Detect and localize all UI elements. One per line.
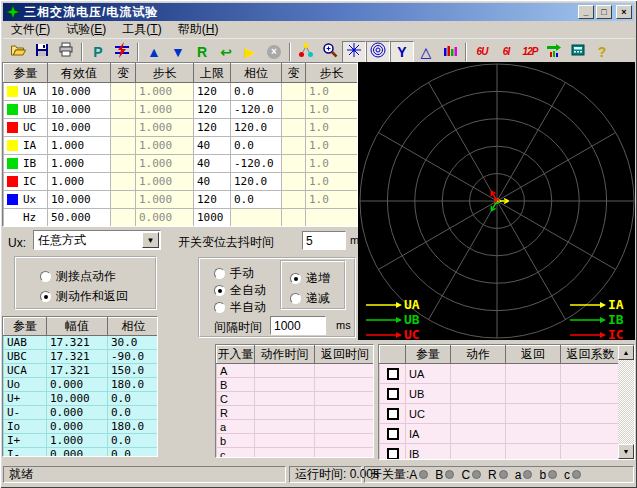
help-button[interactable]: ? [590,41,614,63]
parameter-p-button[interactable]: P [86,41,110,63]
power-fault-button[interactable] [110,41,134,63]
direction-option[interactable]: 递增 [290,270,330,287]
twelve-p-button[interactable]: 12P [518,41,542,63]
menu-item[interactable]: 试验(E) [58,20,114,39]
stop-test-button[interactable]: × [262,41,286,63]
menu-item[interactable]: 文件(F) [3,20,58,39]
cell-value[interactable] [111,101,136,119]
cell-value[interactable]: 1000 [194,209,231,227]
cell-value[interactable]: 40 [194,137,231,155]
reset-r-button[interactable]: R [190,41,214,63]
checkbox[interactable] [387,428,399,440]
cell-value[interactable] [282,173,306,191]
cell-value[interactable] [282,101,306,119]
save-file-button[interactable] [30,41,54,63]
checkbox[interactable] [387,368,399,380]
cell-value[interactable] [231,209,282,227]
cell-return-time [315,434,375,448]
calculator-button[interactable] [566,41,590,63]
cell-value[interactable]: 120 [194,83,231,101]
radio-icon[interactable] [290,293,301,304]
y-connection-button[interactable]: Y [390,41,414,63]
radio-icon[interactable] [290,273,301,284]
cell-value[interactable] [111,83,136,101]
ux-mode-select[interactable]: 任意方式 ▼ [33,230,161,250]
cell-value[interactable]: 120 [194,119,231,137]
cell-value[interactable] [282,83,306,101]
radio-icon[interactable] [214,268,225,279]
auto-mode-option[interactable]: 半自动 [214,299,266,316]
cell-value[interactable]: 40 [194,155,231,173]
bar-chart-button[interactable] [438,41,462,63]
auto-mode-option[interactable]: 手动 [214,265,254,282]
cell-value[interactable] [282,119,306,137]
direction-option[interactable]: 递减 [290,290,330,307]
start-test-button[interactable]: ▶ [238,41,262,63]
scroll-up-icon[interactable]: ▲ [618,345,634,360]
cell-value[interactable] [111,119,136,137]
crosshair-view-button[interactable] [342,41,366,63]
debounce-input[interactable] [302,231,346,250]
radio-icon[interactable] [40,291,51,302]
six-u-button[interactable]: 6U [470,41,494,63]
checkbox[interactable] [387,448,399,459]
minimize-button[interactable]: _ [578,5,594,19]
cell-value[interactable]: 10.000 [48,83,111,101]
increase-button[interactable]: ▲ [142,41,166,63]
cell-value[interactable]: 1.000 [48,155,111,173]
action-table-scrollbar[interactable]: ▲ ▼ [618,345,634,459]
cell-value[interactable]: 40 [194,173,231,191]
cell-value[interactable]: 0.0 [231,191,282,209]
cell-value[interactable] [111,155,136,173]
cell-value[interactable]: 120.0 [231,173,282,191]
open-file-button[interactable] [6,41,30,63]
maximize-button[interactable]: □ [596,5,612,19]
print-button[interactable] [54,41,78,63]
menu-item[interactable]: 工具(T) [114,20,169,39]
close-button[interactable]: × [616,5,632,19]
combo-dropdown-icon[interactable]: ▼ [142,232,159,248]
cell-value[interactable]: 0.0 [231,137,282,155]
cell-value[interactable]: 10.000 [48,191,111,209]
cell-value[interactable]: 1.000 [48,173,111,191]
undo-button[interactable]: ↩ [214,41,238,63]
six-i-button[interactable]: 6I [494,41,518,63]
zoom-button[interactable] [318,41,342,63]
switch-name: b [539,468,546,482]
delta-connection-button[interactable]: △ [414,41,438,63]
cell-value[interactable]: 120.0 [231,119,282,137]
menu-item[interactable]: 帮助(H) [170,20,227,39]
cell-value[interactable] [282,191,306,209]
cell-value[interactable] [111,137,136,155]
radio-icon[interactable] [40,271,51,282]
harmonics-button[interactable] [542,41,566,63]
cell-value[interactable] [111,209,136,227]
cell-value[interactable] [111,191,136,209]
cell-value[interactable]: 1.000 [48,137,111,155]
decrease-button[interactable]: ▼ [166,41,190,63]
checkbox[interactable] [387,388,399,400]
interval-input[interactable] [270,316,326,335]
ux-mode-value: 任意方式 [34,232,141,249]
cell-value[interactable]: 10.000 [48,101,111,119]
radio-icon[interactable] [214,302,225,313]
cell-value[interactable]: 50.000 [48,209,111,227]
cell-value[interactable]: -120.0 [231,155,282,173]
cell-value[interactable] [282,155,306,173]
checkbox[interactable] [387,408,399,420]
scroll-down-icon[interactable]: ▼ [618,444,634,459]
impedance-circles-button[interactable] [366,41,390,63]
cell-value[interactable]: 0.0 [231,83,282,101]
test-mode-option[interactable]: 测接点动作 [40,268,116,285]
radio-icon[interactable] [214,285,225,296]
cell-value[interactable] [111,173,136,191]
cell-value[interactable]: 120 [194,191,231,209]
cell-value[interactable]: -120.0 [231,101,282,119]
cell-value[interactable]: 10.000 [48,119,111,137]
cell-value[interactable] [282,137,306,155]
cell-value[interactable]: 120 [194,101,231,119]
cell-value[interactable] [282,209,306,227]
auto-mode-option[interactable]: 全自动 [214,282,266,299]
test-mode-option[interactable]: 测动作和返回 [40,288,128,305]
vector-node-button[interactable] [294,41,318,63]
